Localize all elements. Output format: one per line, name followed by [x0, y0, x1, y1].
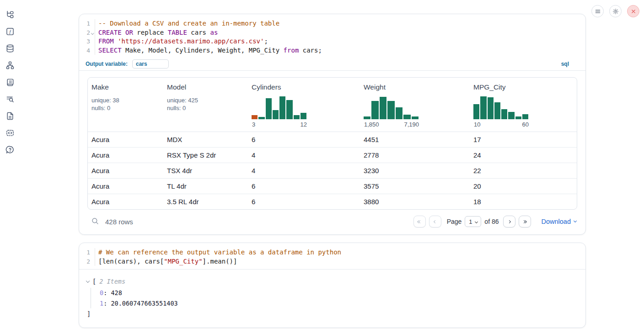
histogram-bar	[279, 96, 285, 119]
functions-icon[interactable]: f	[5, 27, 15, 36]
histogram-bar	[396, 107, 402, 119]
snippets-icon[interactable]	[5, 128, 15, 137]
line-number: 2	[79, 257, 90, 266]
open-bracket: [	[92, 277, 96, 286]
left-sidebar: f	[0, 0, 20, 333]
dependency-graph-icon[interactable]	[5, 61, 15, 70]
chevron-down-icon	[475, 220, 478, 223]
histogram-bar	[508, 112, 514, 119]
page-label: Page	[447, 218, 462, 225]
table-cell: Acura	[88, 163, 163, 178]
line-number: 1	[79, 248, 90, 257]
fold-chevron-icon[interactable]	[91, 32, 94, 34]
table-cell: 3.5 RL 4dr	[163, 194, 248, 209]
code-text: SELECT Make, Model, Cylinders, Weight, M…	[95, 46, 585, 55]
table-cell: 22	[470, 163, 577, 178]
histogram-bar	[371, 101, 378, 119]
table-cell: Acura	[88, 148, 163, 163]
code-line[interactable]: 1# We can reference the output variable …	[79, 248, 585, 257]
column-stats: unique: 38 nulls: 0	[91, 96, 160, 112]
column-header-cylinders[interactable]: Cylinders 3 12	[248, 78, 360, 132]
column-header-make[interactable]: Make unique: 38 nulls: 0	[88, 78, 163, 132]
previous-page-button[interactable]	[429, 216, 441, 227]
item-count: 2 Items	[99, 277, 125, 286]
histogram-bar	[412, 116, 419, 119]
help-icon[interactable]	[5, 145, 15, 154]
table-cell: TSX 4dr	[163, 163, 248, 178]
output-variable-row: Output variable: sql	[79, 58, 585, 71]
table-cell: 4451	[360, 132, 470, 147]
histogram-bar	[387, 101, 394, 119]
histogram-bar	[258, 117, 264, 119]
code-line[interactable]: 3FROM 'https://datasets.marimo.app/cars.…	[79, 37, 585, 46]
table-row: AcuraTSX 4dr4323022	[88, 163, 577, 179]
code-line[interactable]: 2CREATE OR replace TABLE cars as	[79, 28, 585, 37]
documentation-icon[interactable]	[5, 111, 15, 121]
code-text: CREATE OR replace TABLE cars as	[95, 28, 585, 37]
next-page-button[interactable]	[503, 216, 515, 227]
file-explorer-icon[interactable]	[5, 10, 15, 19]
table-cell: RSX Type S 2dr	[163, 148, 248, 163]
pagination: Page 1 of 86 Download	[413, 216, 576, 227]
settings-button[interactable]	[609, 5, 622, 17]
page-select[interactable]: 1	[465, 216, 481, 227]
output-variable-label: Output variable:	[86, 61, 128, 67]
table-cell: 3880	[360, 194, 470, 209]
histogram-bar	[301, 113, 306, 119]
table-row: Acura3.5 RL 4dr6388018	[88, 194, 577, 209]
sql-output-area: Make unique: 38 nulls: 0 Model unique: 4…	[79, 71, 585, 234]
code-line[interactable]: 1-- Download a CSV and create an in-memo…	[79, 19, 585, 28]
code-line[interactable]: 2[len(cars), cars["MPG_City"].mean()]	[79, 257, 585, 266]
shutdown-button[interactable]	[627, 5, 639, 17]
datasources-icon[interactable]	[5, 44, 15, 53]
menu-button[interactable]	[591, 5, 604, 17]
column-header-weight[interactable]: Weight 1,850 7,190	[360, 78, 470, 132]
language-badge: sql	[561, 61, 569, 67]
table-cell: Acura	[88, 194, 163, 209]
scratchpad-icon[interactable]	[5, 78, 15, 87]
logs-icon[interactable]	[5, 95, 15, 104]
python-code-editor[interactable]: 1# We can reference the output variable …	[79, 243, 585, 269]
histogram-bar	[286, 100, 292, 119]
first-page-button[interactable]	[413, 216, 426, 227]
histogram-bar	[364, 116, 370, 119]
output-variable-input[interactable]	[132, 59, 169, 69]
last-page-button[interactable]	[519, 216, 531, 227]
table-cell: 2778	[360, 148, 470, 163]
histogram-bar	[403, 115, 410, 119]
code-text: [len(cars), cars["MPG_City"].mean()]	[95, 257, 585, 266]
code-line[interactable]: 4SELECT Make, Model, Cylinders, Weight, …	[79, 46, 585, 55]
table-header: Make unique: 38 nulls: 0 Model unique: 4…	[88, 78, 577, 132]
topbar-controls	[591, 5, 639, 17]
mpg-city-histogram	[473, 95, 528, 119]
histogram-bar	[522, 114, 528, 119]
histogram-axis-labels: 10 60	[473, 121, 529, 129]
histogram-bar	[515, 116, 521, 119]
table-cell: 20	[470, 179, 577, 194]
table-footer: 428 rows Page 1 of 86	[87, 210, 577, 234]
table-row: AcuraTL 4dr6357520	[88, 179, 577, 194]
histogram-bar	[380, 97, 386, 119]
histogram-bar	[473, 104, 479, 119]
collapse-chevron-icon[interactable]	[86, 279, 90, 283]
table-cell: 3575	[360, 179, 470, 194]
column-stats: unique: 425 nulls: 0	[167, 96, 244, 112]
column-header-mpg-city[interactable]: MPG_City 10 60	[470, 78, 577, 132]
code-text: FROM 'https://datasets.marimo.app/cars.c…	[95, 37, 585, 46]
column-header-model[interactable]: Model unique: 425 nulls: 0	[163, 78, 248, 132]
code-text: # We can reference the output variable a…	[95, 248, 585, 257]
download-button[interactable]: Download	[542, 218, 577, 225]
histogram-bar	[488, 97, 494, 119]
histogram-axis-labels: 3 12	[252, 121, 307, 129]
chevron-down-icon	[574, 219, 577, 222]
search-icon[interactable]	[91, 217, 100, 226]
data-table: Make unique: 38 nulls: 0 Model unique: 4…	[87, 77, 577, 210]
list-item: 0: 428	[100, 288, 577, 298]
python-output: [ 2 Items 0: 4281: 20.060747663551403 ]	[79, 270, 585, 328]
table-cell: 4	[248, 163, 360, 178]
table-cell: Acura	[88, 179, 163, 194]
sql-code-editor[interactable]: 1-- Download a CSV and create an in-memo…	[79, 14, 585, 58]
python-cell: 1# We can reference the output variable …	[79, 243, 586, 328]
code-text: -- Download a CSV and create an in-memor…	[95, 19, 585, 28]
histogram-axis-labels: 1,850 7,190	[364, 121, 419, 129]
